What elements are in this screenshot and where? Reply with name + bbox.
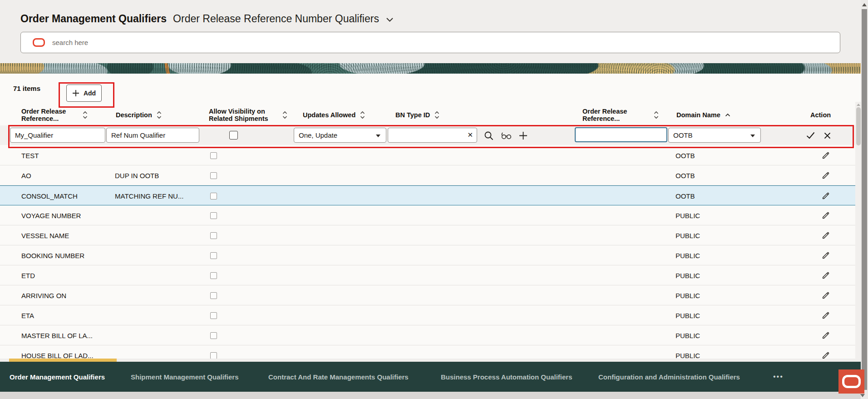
sort-icon[interactable] — [282, 111, 287, 119]
edit-pencil-icon[interactable] — [821, 330, 831, 340]
table-row[interactable]: ETA PUBLIC — [0, 305, 855, 325]
header-updates-allowed[interactable]: Updates Allowed — [303, 105, 365, 125]
edit-pencil-icon[interactable] — [821, 250, 831, 260]
table-header-row: Order Release Reference... Description A… — [0, 105, 855, 125]
close-icon — [824, 132, 831, 139]
header-bn-type-id[interactable]: BN Type ID — [395, 105, 439, 125]
add-button[interactable]: Add — [66, 85, 102, 102]
window-scrollbar-thumb[interactable] — [862, 9, 867, 390]
allow-visibility-checkbox[interactable] — [210, 292, 217, 299]
active-tab-indicator — [9, 359, 117, 362]
scroll-up-icon[interactable] — [862, 3, 867, 6]
bn-type-search-icon[interactable] — [483, 130, 494, 141]
tab-business-process-automation-qualifiers[interactable]: Business Process Automation Qualifiers — [441, 362, 572, 392]
qualifiers-table-panel: 71 items Add Order Release Reference... … — [0, 74, 868, 359]
oracle-logo-badge[interactable] — [838, 369, 864, 394]
allow-visibility-checkbox[interactable] — [210, 272, 217, 279]
table-row[interactable]: VOYAGE NUMBER PUBLIC — [0, 205, 855, 225]
dropdown-caret-icon — [376, 135, 380, 137]
tab-contract-and-rate-managements-qualifiers[interactable]: Contract And Rate Managements Qualifiers — [268, 362, 409, 392]
sort-icon[interactable] — [434, 111, 439, 119]
header-allow-visibility[interactable]: Allow Visibility on Related Shipments — [209, 105, 287, 125]
table-row[interactable]: BOOKING NUMBER PUBLIC — [0, 245, 855, 265]
table-row[interactable]: ARRIVING ON PUBLIC — [0, 285, 855, 305]
order-release-reference-input[interactable] — [575, 127, 667, 142]
bn-type-id-input[interactable] — [388, 128, 477, 143]
cancel-row-button[interactable] — [822, 130, 833, 141]
table-scrollbar-thumb[interactable] — [856, 107, 861, 145]
dropdown-caret-icon — [750, 135, 755, 137]
table-row[interactable]: VESSEL NAME PUBLIC — [0, 225, 855, 245]
table-row[interactable]: AO DUP IN OOTB OOTB — [0, 165, 855, 185]
titlebar: Order Management Qualifiers Order Releas… — [20, 11, 393, 26]
header-description[interactable]: Description — [116, 105, 162, 125]
tab-shipment-management-qualifiers[interactable]: Shipment Management Qualifiers — [131, 362, 239, 392]
sort-icon[interactable] — [83, 111, 88, 119]
inline-edit-row: One, Update ✕ OOTB — [0, 125, 855, 145]
table-scroll-up-icon[interactable] — [857, 104, 860, 106]
table-row[interactable]: MASTER BILL OF LA... PUBLIC — [0, 325, 855, 345]
sort-icon[interactable] — [360, 111, 365, 119]
edit-pencil-icon[interactable] — [821, 230, 831, 240]
page-subtitle[interactable]: Order Release Reference Number Qualifier… — [173, 13, 379, 25]
allow-visibility-checkbox[interactable] — [210, 193, 217, 200]
edit-pencil-icon[interactable] — [821, 270, 831, 280]
allow-visibility-checkbox[interactable] — [210, 232, 217, 239]
allow-visibility-checkbox[interactable] — [210, 252, 217, 259]
table-body: TEST OOTB AO DUP IN OOTB OOTB CONSOL_MAT… — [0, 145, 855, 359]
allow-visibility-checkbox[interactable] — [210, 312, 217, 319]
edit-pencil-icon[interactable] — [821, 310, 831, 320]
allow-visibility-checkbox[interactable] — [210, 212, 217, 219]
table-row[interactable]: TEST OOTB — [0, 145, 855, 165]
description-input[interactable] — [106, 128, 199, 143]
allow-visibility-checkbox[interactable] — [229, 131, 238, 140]
allow-visibility-checkbox[interactable] — [210, 352, 217, 359]
search-input[interactable] — [51, 38, 840, 47]
add-button-label: Add — [84, 90, 96, 97]
decorative-banner — [0, 63, 868, 74]
global-search-bar — [20, 32, 840, 53]
header-order-release-reference[interactable]: Order Release Reference... — [21, 105, 88, 125]
tab-configuration-and-administration-qualifiers[interactable]: Configuration and Administration Qualifi… — [598, 362, 740, 392]
edit-pencil-icon[interactable] — [821, 290, 831, 300]
clear-icon[interactable]: ✕ — [467, 131, 473, 139]
oracle-o-icon — [842, 375, 861, 388]
sort-icon[interactable] — [654, 111, 659, 119]
allow-visibility-checkbox[interactable] — [210, 152, 217, 159]
allow-visibility-checkbox[interactable] — [210, 332, 217, 339]
header-domain-name[interactable]: Domain Name — [676, 105, 730, 125]
edit-pencil-icon[interactable] — [821, 210, 831, 220]
oracle-search-icon — [33, 38, 45, 47]
domain-name-select[interactable]: OOTB — [668, 128, 761, 143]
scroll-down-icon[interactable] — [860, 394, 865, 397]
bn-type-view-glasses-icon[interactable] — [499, 130, 513, 141]
edit-pencil-icon[interactable] — [821, 350, 831, 359]
bn-type-add-icon[interactable] — [518, 130, 528, 141]
table-row[interactable]: HOUSE BILL OF LAD... PUBLIC — [0, 345, 855, 359]
edit-pencil-icon[interactable] — [821, 150, 831, 160]
plus-icon — [72, 90, 79, 97]
check-icon — [806, 132, 815, 139]
table-row[interactable]: ETD PUBLIC — [0, 265, 855, 285]
tab-order-management-qualifiers[interactable]: Order Management Qualifiers — [10, 362, 105, 392]
order-management-qualifiers-screen: Order Management Qualifiers Order Releas… — [0, 0, 868, 399]
qualifier-input[interactable] — [10, 128, 105, 143]
edit-pencil-icon[interactable] — [821, 191, 831, 201]
updates-allowed-select[interactable]: One, Update — [294, 128, 386, 143]
table-row-selected[interactable]: CONSOL_MATCH MATCHING REF NU... OOTB — [0, 185, 855, 205]
subtitle-chevron-down-icon[interactable] — [386, 18, 393, 22]
sort-ascending-icon[interactable] — [725, 113, 730, 117]
horizontal-scrollbar[interactable] — [0, 392, 868, 399]
page-title: Order Management Qualifiers — [20, 13, 167, 25]
sort-icon[interactable] — [157, 111, 162, 119]
bn-type-field-wrap: ✕ — [388, 128, 477, 143]
header-action: Action — [810, 105, 831, 125]
edit-pencil-icon[interactable] — [821, 170, 831, 180]
header-order-release-reference-2[interactable]: Order Release Reference... — [582, 105, 659, 125]
allow-visibility-checkbox[interactable] — [210, 172, 217, 179]
overflow-menu-icon[interactable]: ••• — [773, 362, 784, 392]
confirm-row-button[interactable] — [805, 130, 816, 141]
bottom-navigation: Order Management Qualifiers Shipment Man… — [0, 362, 868, 392]
items-count: 71 items — [13, 85, 40, 92]
